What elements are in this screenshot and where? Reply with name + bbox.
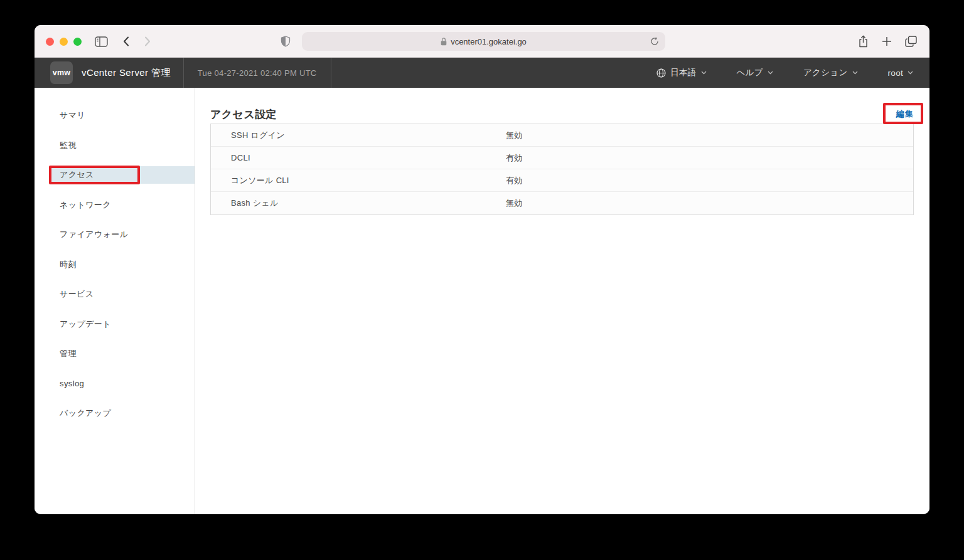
reload-button[interactable] bbox=[650, 36, 660, 46]
zoom-window-button[interactable] bbox=[73, 38, 82, 46]
sidebar-item-access[interactable]: アクセス bbox=[50, 166, 195, 184]
setting-value: 有効 bbox=[506, 152, 523, 164]
access-settings-table: SSH ログイン 無効 DCLI 有効 コンソール CLI 有効 Bash シェ… bbox=[210, 124, 914, 215]
tab-overview-button[interactable] bbox=[905, 36, 917, 47]
privacy-shield-icon[interactable] bbox=[281, 25, 291, 58]
app-header: vmw vCenter Server 管理 Tue 04-27-2021 02:… bbox=[35, 58, 929, 88]
lock-icon bbox=[441, 38, 447, 46]
setting-label: DCLI bbox=[211, 153, 250, 162]
sidebar-item-label: 時刻 bbox=[60, 259, 77, 270]
address-bar[interactable]: vcenter01.gokatei.go bbox=[302, 32, 665, 51]
globe-icon bbox=[656, 68, 666, 78]
chevron-down-icon bbox=[701, 71, 707, 75]
sidebar-item-label: バックアップ bbox=[60, 408, 111, 419]
actions-menu-label: アクション bbox=[803, 67, 848, 78]
sidebar-item-update[interactable]: アップデート bbox=[50, 315, 195, 333]
setting-label: Bash シェル bbox=[211, 198, 279, 209]
browser-window: vcenter01.gokatei.go bbox=[35, 25, 929, 514]
user-menu-label: root bbox=[888, 68, 903, 78]
main-content: アクセス設定 編集 SSH ログイン 無効 DCLI 有効 コンソール CLI … bbox=[195, 88, 929, 514]
close-window-button[interactable] bbox=[46, 38, 54, 46]
back-chevron-icon bbox=[123, 36, 129, 46]
table-row-dcli: DCLI 有効 bbox=[211, 147, 913, 169]
sidebar-nav: サマリ 監視 アクセス ネットワーク ファイアウォール 時刻 サービス アップデ… bbox=[35, 88, 195, 514]
sidebar-item-monitor[interactable]: 監視 bbox=[50, 137, 195, 154]
url-text: vcenter01.gokatei.go bbox=[451, 37, 527, 46]
minimize-window-button[interactable] bbox=[60, 38, 68, 46]
sidebar-item-administration[interactable]: 管理 bbox=[50, 345, 195, 362]
setting-label: SSH ログイン bbox=[211, 130, 285, 141]
sidebar-item-networking[interactable]: ネットワーク bbox=[50, 196, 195, 214]
help-menu-label: ヘルプ bbox=[737, 67, 763, 78]
sidebar-item-label: アクセス bbox=[60, 169, 94, 181]
chevron-down-icon bbox=[908, 71, 913, 75]
forward-button[interactable] bbox=[139, 25, 156, 58]
sidebar-item-services[interactable]: サービス bbox=[50, 285, 195, 303]
sidebar-item-syslog[interactable]: syslog bbox=[50, 375, 195, 393]
sidebar-item-firewall[interactable]: ファイアウォール bbox=[50, 226, 195, 243]
chevron-down-icon bbox=[768, 71, 773, 75]
language-menu[interactable]: 日本語 bbox=[656, 67, 706, 78]
sidebar-item-label: 監視 bbox=[60, 140, 77, 151]
forward-chevron-icon bbox=[144, 36, 151, 46]
sidebar-item-label: syslog bbox=[60, 379, 84, 388]
sidebar-item-label: サマリ bbox=[60, 110, 85, 121]
sidebar-item-label: アップデート bbox=[60, 319, 111, 330]
sidebar-item-label: ファイアウォール bbox=[60, 229, 128, 240]
language-menu-label: 日本語 bbox=[670, 67, 696, 78]
new-tab-button[interactable] bbox=[882, 36, 892, 46]
setting-value: 無効 bbox=[506, 130, 523, 141]
table-row-bash-shell: Bash シェル 無効 bbox=[211, 192, 913, 214]
sidebar-item-label: ネットワーク bbox=[60, 199, 111, 211]
sidebar-toggle-icon bbox=[95, 36, 108, 47]
traffic-lights bbox=[46, 38, 82, 46]
chevron-down-icon bbox=[852, 71, 858, 75]
actions-menu[interactable]: アクション bbox=[803, 67, 858, 78]
sidebar-item-time[interactable]: 時刻 bbox=[50, 256, 195, 273]
setting-value: 有効 bbox=[506, 175, 523, 186]
app-title: vCenter Server 管理 bbox=[82, 67, 171, 79]
sidebar-item-summary[interactable]: サマリ bbox=[50, 107, 195, 124]
setting-value: 無効 bbox=[506, 198, 523, 209]
user-menu[interactable]: root bbox=[888, 68, 913, 78]
back-button[interactable] bbox=[117, 25, 135, 58]
table-row-console-cli: コンソール CLI 有効 bbox=[211, 169, 913, 192]
setting-label: コンソール CLI bbox=[211, 175, 289, 186]
table-row-ssh-login: SSH ログイン 無効 bbox=[211, 124, 913, 147]
help-menu[interactable]: ヘルプ bbox=[737, 67, 773, 78]
browser-toolbar: vcenter01.gokatei.go bbox=[35, 25, 929, 58]
sidebar-item-label: 管理 bbox=[60, 348, 77, 359]
vmware-logo: vmw bbox=[50, 61, 73, 84]
page-title: アクセス設定 bbox=[210, 107, 277, 122]
sidebar-toggle-button[interactable] bbox=[90, 25, 112, 58]
sidebar-item-backup[interactable]: バックアップ bbox=[50, 404, 195, 422]
share-button[interactable] bbox=[858, 35, 869, 48]
server-timestamp: Tue 04-27-2021 02:40 PM UTC bbox=[184, 58, 331, 88]
sidebar-item-label: サービス bbox=[60, 288, 94, 300]
edit-button[interactable]: 編集 bbox=[896, 108, 914, 120]
